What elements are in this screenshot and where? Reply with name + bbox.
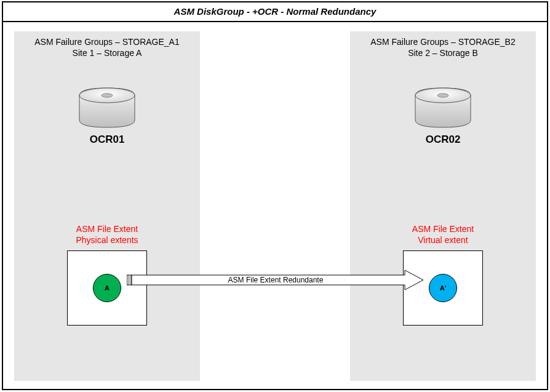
failure-group-left-line1: ASM Failure Groups – STORAGE_A1: [14, 36, 200, 47]
redundancy-arrow: ASM File Extent Redundante: [127, 270, 424, 290]
extent-right-line1: ASM File Extent: [350, 223, 536, 234]
svg-point-3: [437, 94, 448, 97]
extent-left-line1: ASM File Extent: [14, 223, 200, 234]
disk-left: OCR01: [77, 86, 137, 146]
failure-group-left-line2: Site 1 – Storage A: [14, 47, 200, 58]
diagram-frame: ASM DiskGroup - +OCR - Normal Redundancy…: [2, 1, 548, 390]
failure-group-right-line2: Site 2 – Storage B: [350, 47, 536, 58]
svg-rect-4: [127, 275, 132, 285]
failure-group-right: ASM Failure Groups – STORAGE_B2 Site 2 –…: [350, 31, 536, 381]
extent-right-line2: Virtual extent: [350, 234, 536, 246]
physical-extent-circle: A: [93, 274, 121, 302]
disk-right: OCR02: [413, 86, 473, 146]
disk-left-label: OCR01: [77, 134, 137, 146]
failure-group-right-line1: ASM Failure Groups – STORAGE_B2: [350, 36, 536, 47]
virtual-extent-circle: A': [429, 274, 457, 302]
failure-group-right-header: ASM Failure Groups – STORAGE_B2 Site 2 –…: [350, 36, 536, 58]
virtual-extent-letter: A': [440, 284, 447, 292]
physical-extent-letter: A: [105, 284, 110, 292]
arrow-icon: [127, 270, 424, 290]
diagram-title: ASM DiskGroup - +OCR - Normal Redundancy: [3, 2, 547, 22]
disk-icon: [413, 86, 473, 130]
extent-left-line2: Physical extents: [14, 234, 200, 246]
disk-right-label: OCR02: [413, 134, 473, 146]
extent-left-label: ASM File Extent Physical extents: [14, 223, 200, 246]
failure-group-left-header: ASM Failure Groups – STORAGE_A1 Site 1 –…: [14, 36, 200, 58]
failure-group-left: ASM Failure Groups – STORAGE_A1 Site 1 –…: [14, 31, 200, 381]
disk-icon: [77, 86, 137, 130]
diagram-content: ASM Failure Groups – STORAGE_A1 Site 1 –…: [3, 22, 547, 389]
extent-right-label: ASM File Extent Virtual extent: [350, 223, 536, 246]
svg-point-1: [102, 94, 113, 97]
